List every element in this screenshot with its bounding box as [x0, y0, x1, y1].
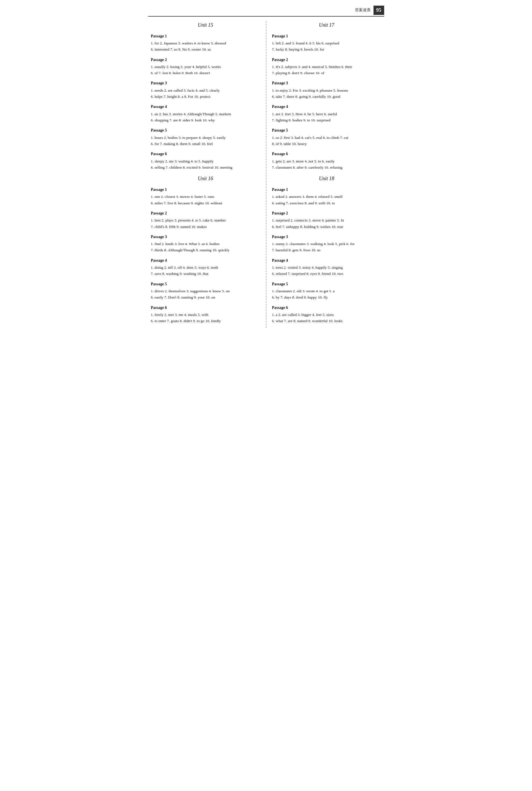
passage-content: 1. a 2. are called 3. bigger 4. feet 5. …: [272, 312, 381, 324]
passage-block: Passage 21. surprised 2. comes/is 3. mov…: [272, 210, 381, 230]
passage-block: Passage 31. find 2. kinds 3. live 4. Wha…: [151, 234, 260, 253]
passage-block: Passage 61. sleepy 2. me 3. waiting 4. t…: [151, 151, 260, 171]
passage-block: Passage 61. freely 2. met 3. me 4. meals…: [151, 305, 260, 324]
unit-block: Unit 15Passage 11. for 2. Japanese 3. wa…: [151, 21, 260, 171]
passage-title: Passage 6: [151, 151, 260, 157]
left-column: Unit 15Passage 11. for 2. Japanese 3. wa…: [148, 21, 266, 328]
passage-block: Passage 51. classmates 2. old 3. wrote 4…: [272, 281, 381, 301]
passage-title: Passage 1: [151, 187, 260, 193]
passage-content: 1. find 2. kinds 3. live 4. What 5. as 6…: [151, 241, 260, 253]
passage-block: Passage 31. needs 2. are called 3. facts…: [151, 80, 260, 100]
passage-content: 1. hours 2. bodies 3. to prepare 4. slee…: [151, 135, 260, 147]
passage-title: Passage 1: [272, 187, 381, 193]
passage-title: Passage 3: [151, 80, 260, 86]
passage-block: Passage 41. an 2. has 3. stories 4. Alth…: [151, 104, 260, 124]
passage-block: Passage 31. sunny 2. classmates 3. walki…: [272, 234, 381, 253]
passage-block: Passage 41. doing 2. tell 3. off 4. does…: [151, 258, 260, 277]
passage-content: 1. surprised 2. comes/is 3. move 4. pain…: [272, 217, 381, 230]
main-columns: Unit 15Passage 11. for 2. Japanese 3. wa…: [148, 21, 384, 328]
passage-title: Passage 1: [272, 33, 381, 39]
passage-title: Passage 1: [151, 33, 260, 39]
passage-content: 1. trees 2. visited 3. noisy 4. happily …: [272, 264, 381, 277]
page-header: 答案速查 95: [148, 6, 384, 17]
passage-title: Passage 3: [272, 80, 381, 86]
passage-block: Passage 21. best 2. plays 3. presents 4.…: [151, 210, 260, 230]
passage-block: Passage 21. It's 2. subjects 3. and 4. m…: [272, 57, 381, 76]
passage-block: Passage 51. hours 2. bodies 3. to prepar…: [151, 127, 260, 147]
passage-block: Passage 11. left 2. and 3. found 4. it 5…: [272, 33, 381, 53]
header-label: 答案速查: [355, 7, 371, 13]
passage-title: Passage 4: [151, 258, 260, 264]
passage-title: Passage 5: [151, 281, 260, 287]
passage-title: Passage 6: [272, 305, 381, 311]
passage-content: 1. for 2. Japanese 3. waiters 4. to know…: [151, 40, 260, 53]
passage-title: Passage 3: [272, 234, 381, 240]
passage-title: Passage 2: [272, 57, 381, 63]
passage-title: Passage 2: [151, 210, 260, 216]
passage-title: Passage 2: [151, 57, 260, 63]
passage-block: Passage 21. usually 2. losing 3. your 4.…: [151, 57, 260, 76]
passage-content: 1. to enjoy 2. For 3. exciting 4. pleasu…: [272, 88, 381, 100]
passage-block: Passage 11. asked 2. answers 3. them 4. …: [272, 187, 381, 206]
passage-title: Passage 3: [151, 234, 260, 240]
passage-content: 1. sunny 2. classmates 3. walking 4. loo…: [272, 241, 381, 253]
passage-content: 1. classmates 2. old 3. wrote 4. to get …: [272, 288, 381, 301]
passage-content: 1. needs 2. are called 3. facts 4. and 5…: [151, 88, 260, 100]
passage-title: Passage 6: [151, 305, 260, 311]
unit-title: Unit 17: [272, 21, 381, 29]
unit-block: Unit 18Passage 11. asked 2. answers 3. t…: [272, 174, 381, 324]
passage-content: 1. drives 2. themselves 3. suggestions 4…: [151, 288, 260, 301]
passage-block: Passage 61. a 2. are called 3. bigger 4.…: [272, 305, 381, 324]
unit-title: Unit 15: [151, 21, 260, 29]
passage-content: 1. are 2. feet 3. How 4. be 5. have 6. u…: [272, 111, 381, 124]
passage-title: Passage 5: [272, 127, 381, 133]
passage-content: 1. best 2. plays 3. presents 4. is 5. ca…: [151, 217, 260, 230]
passage-title: Passage 5: [272, 281, 381, 287]
right-column: Unit 17Passage 11. left 2. and 3. found …: [266, 21, 384, 328]
passage-content: 1. doing 2. tell 3. off 4. does 5. ways …: [151, 264, 260, 277]
passage-block: Passage 41. trees 2. visited 3. noisy 4.…: [272, 258, 381, 277]
passage-content: 1. one 2. closest 3. moves 4. faster 5. …: [151, 194, 260, 206]
passage-content: 1. an 2. has 3. stories 4. Although/Thou…: [151, 111, 260, 124]
passage-content: 1. so 2. first 3. had 4. cat's 5. real 6…: [272, 135, 381, 147]
passage-content: 1. gets 2. are 3. more 4. not 5. to 6. e…: [272, 158, 381, 171]
passage-content: 1. freely 2. met 3. me 4. meals 5. with6…: [151, 312, 260, 324]
passage-block: Passage 51. drives 2. themselves 3. sugg…: [151, 281, 260, 301]
unit-block: Unit 16Passage 11. one 2. closest 3. mov…: [151, 174, 260, 324]
passage-block: Passage 51. so 2. first 3. had 4. cat's …: [272, 127, 381, 147]
passage-content: 1. left 2. and 3. found 4. it 5. his 6. …: [272, 40, 381, 53]
passage-content: 1. It's 2. subjects 3. and 4. musical 5.…: [272, 64, 381, 76]
passage-content: 1. asked 2. answers 3. them 4. relaxed 5…: [272, 194, 381, 206]
page-number: 95: [374, 6, 384, 15]
passage-title: Passage 5: [151, 127, 260, 133]
passage-title: Passage 4: [272, 258, 381, 264]
passage-block: Passage 11. for 2. Japanese 3. waiters 4…: [151, 33, 260, 53]
passage-title: Passage 4: [272, 104, 381, 110]
passage-block: Passage 11. one 2. closest 3. moves 4. f…: [151, 187, 260, 206]
unit-title: Unit 16: [151, 174, 260, 183]
passage-block: Passage 31. to enjoy 2. For 3. exciting …: [272, 80, 381, 100]
unit-title: Unit 18: [272, 174, 381, 183]
passage-content: 1. sleepy 2. me 3. waiting 4. to 5. happ…: [151, 158, 260, 171]
passage-block: Passage 61. gets 2. are 3. more 4. not 5…: [272, 151, 381, 171]
passage-title: Passage 4: [151, 104, 260, 110]
passage-title: Passage 2: [272, 210, 381, 216]
passage-content: 1. usually 2. losing 3. your 4. helpful …: [151, 64, 260, 76]
unit-block: Unit 17Passage 11. left 2. and 3. found …: [272, 21, 381, 171]
passage-title: Passage 6: [272, 151, 381, 157]
passage-block: Passage 41. are 2. feet 3. How 4. be 5. …: [272, 104, 381, 124]
